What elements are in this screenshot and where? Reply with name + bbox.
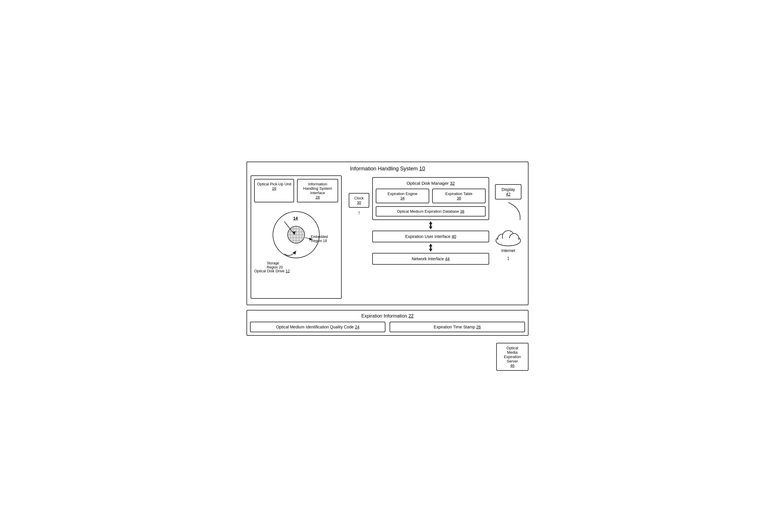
database-num: 38	[460, 209, 464, 213]
stamp-label: Expiration Time Stamp	[434, 325, 475, 329]
odm-title-text: Optical Disk Manager	[407, 181, 449, 186]
outer-box: Information Handling System 10 Optical P…	[246, 161, 529, 305]
ni-label: Network Interface	[412, 256, 444, 261]
clock-num: 30	[357, 200, 361, 205]
clock-arrow: →	[356, 210, 362, 215]
database-box: Optical Medium Expiration Database 38	[376, 206, 486, 216]
display-box: Display 42	[495, 184, 522, 199]
ni-num: 44	[445, 256, 450, 261]
code-label: Optical Medium Identification Quality Co…	[276, 325, 354, 329]
oms-wrapper: Optical Media Expiration Server 46	[246, 341, 529, 371]
storage-text: Storage	[267, 261, 279, 265]
table-label: Expiration Table	[446, 191, 473, 196]
ni-box: Network Interface 44	[372, 253, 489, 265]
stamp-num: 26	[476, 325, 481, 329]
odm-col: Optical Disk Manager 32 Expiration Engin…	[372, 175, 489, 265]
pickup-num: 16	[272, 186, 276, 191]
ui-box: Expiration User Interface 40	[372, 230, 489, 242]
odd-label: Optical Disk Drive 12	[254, 269, 338, 273]
svg-marker-20	[429, 226, 433, 229]
clock-col: Clock 30 →	[349, 175, 369, 216]
outer-title-num: 10	[419, 166, 425, 171]
oms-line1: Optical	[507, 346, 518, 350]
svg-point-29	[497, 238, 520, 244]
odd-num: 12	[285, 269, 290, 273]
diagram-wrapper: Information Handling System 10 Optical P…	[246, 161, 529, 371]
embedded-label: Embedded Region 18	[311, 235, 328, 243]
display-num: 42	[506, 192, 511, 196]
svg-marker-22	[429, 243, 433, 246]
clock-label: Clock	[354, 196, 364, 200]
odm-ui-arrow	[372, 220, 489, 230]
left-col: Optical Pick-Up Unit 16 Information Hand…	[250, 175, 344, 299]
svg-rect-23	[430, 246, 431, 249]
oms-line2: Media	[507, 350, 517, 355]
outer-title: Information Handling System 10	[250, 166, 525, 172]
oms-box: Optical Media Expiration Server 46	[496, 343, 529, 371]
pickup-label: Optical Pick-Up Unit	[257, 182, 291, 186]
diagram-row: Optical Pick-Up Unit 16 Information Hand…	[250, 175, 525, 299]
svg-rect-21	[430, 224, 431, 226]
odm-top-row: Expiration Engine 34 Expiration Table 36	[376, 188, 486, 203]
engine-num: 34	[401, 196, 405, 200]
odd-label-text: Optical Disk Drive	[254, 269, 284, 273]
engine-label: Expiration Engine	[388, 191, 418, 196]
odm-num: 32	[450, 181, 455, 186]
disk-inner-hatch	[287, 226, 305, 243]
odm-title: Optical Disk Manager 32	[376, 181, 486, 186]
outer-title-text: Information Handling System	[350, 166, 418, 171]
clock-odm-row: Clock 30 → Optica	[349, 175, 489, 265]
exp-info-outer: Expiration Information 22 Optical Medium…	[246, 310, 529, 336]
dbl-arrow-svg-2	[425, 243, 437, 252]
embedded-text2: Region 18	[311, 239, 327, 243]
expinfo-num: 22	[409, 314, 414, 319]
clock-box: Clock 30	[349, 193, 369, 208]
table-num: 36	[457, 196, 461, 200]
dbl-arrow-svg-1	[425, 220, 437, 230]
display-label: Display	[502, 187, 515, 192]
embedded-text: Embedded	[311, 235, 328, 239]
cloud-svg	[492, 226, 525, 248]
display-internet-line	[492, 202, 525, 226]
internet-oms-arrow: ↕	[507, 255, 510, 261]
odd-top-row: Optical Pick-Up Unit 16 Information Hand…	[254, 179, 338, 202]
oms-line3: Expiration	[504, 355, 521, 359]
ihs-interface-num: 28	[315, 195, 319, 199]
storage-text2: Region 20	[267, 265, 283, 270]
table-box: Expiration Table 36	[432, 188, 486, 203]
code-box: Optical Medium Identification Quality Co…	[250, 322, 385, 332]
exp-info-title: Expiration Information 22	[250, 314, 525, 319]
oms-line4: Server	[507, 359, 518, 363]
stamp-box: Expiration Time Stamp 26	[390, 322, 525, 332]
ui-ni-arrow	[372, 243, 489, 252]
pickup-box: Optical Pick-Up Unit 16	[254, 179, 294, 202]
svg-marker-17	[429, 221, 433, 224]
odm-box: Optical Disk Manager 32 Expiration Engin…	[372, 177, 489, 220]
code-num: 24	[355, 325, 359, 329]
right-col: Display 42	[492, 175, 525, 263]
storage-label: Storage Region 20	[267, 261, 283, 270]
engine-box: Expiration Engine 34	[376, 188, 429, 203]
center-col: Clock 30 → Optica	[349, 175, 489, 265]
disk-area: 14	[267, 205, 325, 267]
ui-num: 40	[452, 234, 456, 239]
expinfo-title-text: Expiration Information	[361, 314, 407, 319]
odd-box: Optical Pick-Up Unit 16 Information Hand…	[250, 175, 342, 299]
svg-marker-24	[429, 249, 433, 252]
ihs-interface-box: Information Handling System Interface 28	[297, 179, 338, 202]
exp-info-row: Optical Medium Identification Quality Co…	[250, 322, 525, 332]
database-label: Optical Medium Expiration Database	[397, 209, 459, 213]
ui-label: Expiration User Interface	[405, 234, 451, 239]
oms-num: 46	[510, 363, 515, 368]
ihs-interface-label: Information Handling System Interface	[303, 182, 332, 195]
cloud-container	[492, 226, 525, 249]
